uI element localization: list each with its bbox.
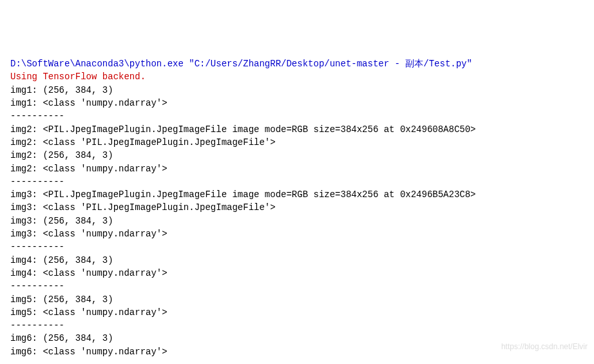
output-line: img5: (256, 384, 3) [10,294,113,305]
output-line: ---------- [10,177,64,187]
output-line: img2: (256, 384, 3) [10,150,113,160]
output-line: img4: (256, 384, 3) [10,255,113,265]
output-line: img2: <class 'numpy.ndarray'> [10,164,168,174]
output-line: img3: (256, 384, 3) [10,216,113,226]
console-output: D:\SoftWare\Anaconda3\python.exe "C:/Use… [10,57,584,364]
output-line: img6: <class 'numpy.ndarray'> [10,347,168,357]
output-line: ---------- [10,281,64,291]
output-line: img2: <class 'PIL.JpegImagePlugin.JpegIm… [10,137,276,148]
output-line: img1: (256, 384, 3) [10,85,113,95]
warning-line: Using TensorFlow backend. [10,72,146,82]
output-line: ---------- [10,111,64,121]
output-line: img2: <PIL.JpegImagePlugin.JpegImageFile… [10,124,476,135]
output-line: img4: <class 'numpy.ndarray'> [10,268,168,278]
output-line: img3: <class 'PIL.JpegImagePlugin.JpegIm… [10,202,276,213]
output-line: img1: <class 'numpy.ndarray'> [10,98,168,108]
output-line: img5: <class 'numpy.ndarray'> [10,307,168,318]
output-line: ---------- [10,320,64,330]
output-line: ---------- [10,359,64,364]
output-line: img3: <PIL.JpegImagePlugin.JpegImageFile… [10,189,476,200]
command-line: D:\SoftWare\Anaconda3\python.exe "C:/Use… [10,59,472,69]
output-line: img3: <class 'numpy.ndarray'> [10,229,168,239]
output-line: img6: (256, 384, 3) [10,333,113,343]
output-line: ---------- [10,242,64,252]
